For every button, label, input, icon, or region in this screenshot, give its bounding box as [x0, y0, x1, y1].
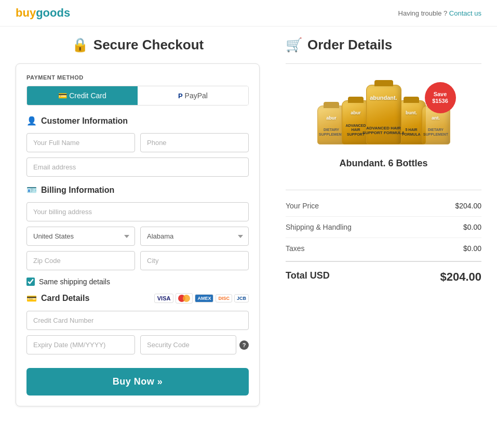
- tab-credit-card[interactable]: 💳 Credit Card: [27, 86, 138, 105]
- tab-paypal[interactable]: P PayPal: [138, 86, 248, 105]
- your-price-value: $204.00: [455, 202, 481, 210]
- city-field-wrap: [140, 251, 249, 270]
- save-amount: $1536: [432, 98, 448, 104]
- expiry-security-row: ?: [26, 335, 249, 354]
- card-section-title: 💳 Card Details: [26, 294, 89, 304]
- bottle-text: DIETARYSUPPLEMENT: [319, 128, 344, 137]
- discover-icon: DISC: [216, 294, 232, 302]
- phone-input[interactable]: [140, 133, 249, 152]
- product-section: abur DIETARYSUPPLEMENT abur ADVANCEDHAIR…: [286, 69, 481, 185]
- taxes-value: $0.00: [463, 244, 481, 253]
- shipping-label: Shipping & Handling: [286, 223, 352, 231]
- bottle-cap: [404, 97, 419, 103]
- jcb-icon: JCB: [234, 294, 249, 302]
- bottle-text: 5 HAIRFORMULA: [402, 128, 421, 137]
- order-title: 🛒 Order Details: [286, 37, 481, 53]
- same-shipping-label[interactable]: Same shipping details: [39, 278, 110, 286]
- tab-paypal-label: PayPal: [185, 91, 208, 100]
- zip-field-wrap: [26, 251, 135, 270]
- right-panel: 🛒 Order Details abur DIETARYSUPPLEMENT a…: [275, 37, 481, 406]
- logo-goods: goods: [36, 6, 70, 19]
- visa-icon: VISA: [154, 294, 174, 303]
- person-icon: 👤: [26, 116, 37, 126]
- email-input[interactable]: [26, 157, 249, 177]
- expiry-input[interactable]: [26, 335, 135, 354]
- zip-input[interactable]: [26, 251, 135, 270]
- credit-card-icon: 💳: [58, 91, 67, 100]
- security-help-icon[interactable]: ?: [239, 340, 249, 350]
- total-label: Total USD: [286, 270, 330, 284]
- save-badge: Save $1536: [425, 82, 456, 113]
- same-shipping-row: Same shipping details: [26, 278, 249, 286]
- security-field-wrap: ?: [140, 335, 249, 354]
- taxes-label: Taxes: [286, 244, 305, 253]
- lock-icon: 🔒: [72, 37, 88, 53]
- zip-city-row: [26, 251, 249, 270]
- city-input[interactable]: [140, 251, 249, 270]
- bottle-text: ADVANCED HAIRSUPPORT FORMULA: [362, 126, 405, 136]
- order-divider: [286, 63, 481, 64]
- bottle-brand: abundant.: [370, 95, 397, 101]
- logo-buy: buy: [16, 6, 36, 19]
- security-code-input[interactable]: [140, 335, 236, 354]
- payment-method-label: PAYMENT METHOD: [26, 74, 249, 81]
- bottle-cap: [374, 80, 393, 86]
- bottle-brand: ant.: [432, 115, 440, 121]
- country-select[interactable]: United States Canada United Kingdom: [26, 227, 135, 246]
- trouble-label: Having trouble ?: [398, 9, 448, 17]
- checkout-card: PAYMENT METHOD 💳 Credit Card P PayPal 👤 …: [16, 63, 260, 406]
- bottle-text: DIETARYSUPPLEMENT: [423, 128, 448, 137]
- full-name-field-wrap: [26, 133, 135, 152]
- bottle-brand: abur: [351, 110, 361, 115]
- your-price-row: Your Price $204.00: [286, 195, 481, 217]
- price-divider: [286, 190, 481, 190]
- name-phone-row: [26, 133, 249, 152]
- checkout-title: 🔒 Secure Checkout: [16, 37, 260, 53]
- bottle-brand: abur: [326, 115, 337, 121]
- expiry-field-wrap: [26, 335, 135, 354]
- phone-field-wrap: [140, 133, 249, 152]
- full-name-input[interactable]: [26, 133, 135, 152]
- shipping-row: Shipping & Handling $0.00: [286, 217, 481, 238]
- bottle-brand: bunt.: [406, 110, 417, 115]
- state-select[interactable]: Alabama Alaska Arizona California Florid…: [140, 227, 249, 246]
- card-icons: VISA AMEX DISC JCB: [154, 293, 249, 304]
- total-row: Total USD $204.00: [286, 261, 481, 292]
- bottle-center: abundant. ADVANCED HAIRSUPPORT FORMULA: [366, 85, 401, 144]
- payment-tabs: 💳 Credit Card P PayPal: [26, 86, 249, 106]
- total-value: $204.00: [440, 270, 481, 284]
- contact-link[interactable]: Contact us: [449, 9, 481, 17]
- bottle-cap: [324, 102, 339, 108]
- main-content: 🔒 Secure Checkout PAYMENT METHOD 💳 Credi…: [0, 27, 497, 417]
- price-rows: Your Price $204.00 Shipping & Handling $…: [286, 195, 481, 259]
- save-label: Save: [434, 91, 447, 98]
- billing-address-input[interactable]: [26, 202, 249, 221]
- product-image: abur DIETARYSUPPLEMENT abur ADVANCEDHAIR…: [319, 85, 448, 144]
- amex-icon: AMEX: [195, 294, 213, 302]
- country-state-row: United States Canada United Kingdom Alab…: [26, 227, 249, 246]
- customer-section-title: 👤 Customer Information: [26, 116, 249, 126]
- left-panel: 🔒 Secure Checkout PAYMENT METHOD 💳 Credi…: [16, 37, 260, 406]
- email-row: [26, 157, 249, 177]
- help-text: Having trouble ? Contact us: [398, 9, 481, 17]
- card-icon: 💳: [26, 294, 37, 304]
- bottle-cap: [348, 97, 364, 103]
- mastercard-icon: [176, 293, 193, 304]
- country-select-wrap: United States Canada United Kingdom: [26, 227, 135, 246]
- buy-now-button[interactable]: Buy Now »: [26, 368, 249, 396]
- logo: buygoods: [16, 6, 70, 20]
- card-number-row: [26, 311, 249, 330]
- tab-credit-card-label: Credit Card: [69, 91, 106, 100]
- state-select-wrap: Alabama Alaska Arizona California Florid…: [140, 227, 249, 246]
- shipping-value: $0.00: [463, 223, 481, 231]
- product-name: Abundant. 6 Bottles: [286, 158, 481, 169]
- same-shipping-checkbox[interactable]: [26, 278, 35, 286]
- cart-icon: 🛒: [286, 37, 302, 53]
- card-details-header: 💳 Card Details VISA AMEX DISC JCB: [26, 293, 249, 304]
- address-row: [26, 202, 249, 221]
- top-bar: buygoods Having trouble ? Contact us: [0, 0, 497, 27]
- billing-icon: 🪪: [26, 185, 37, 195]
- card-number-input[interactable]: [26, 311, 249, 330]
- taxes-row: Taxes $0.00: [286, 238, 481, 259]
- security-row: ?: [140, 335, 249, 354]
